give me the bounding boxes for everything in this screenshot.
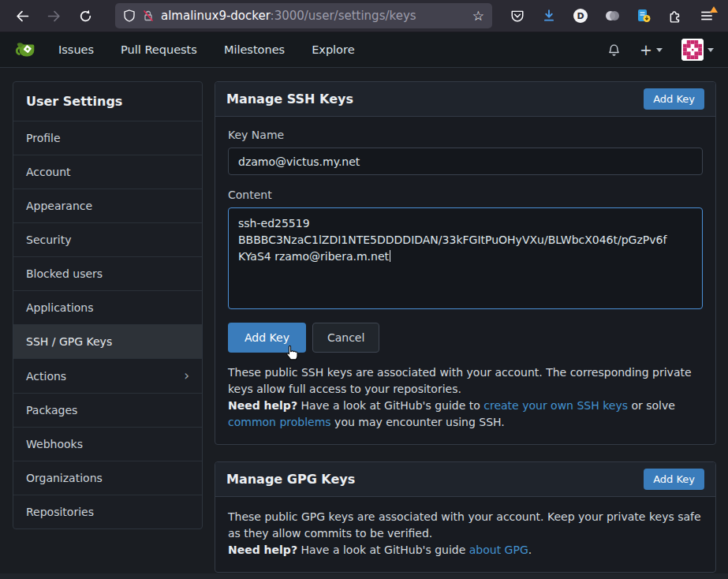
download-icon	[542, 9, 556, 23]
add-key-submit-button[interactable]: Add Key	[228, 323, 306, 353]
forward-button[interactable]	[41, 4, 66, 28]
common-problems-link[interactable]: common problems	[228, 416, 331, 428]
sidebar-item-webhooks[interactable]: Webhooks	[13, 427, 202, 461]
need-help-label: Need help?	[228, 544, 297, 556]
identicon	[681, 39, 704, 61]
create-ssh-keys-link[interactable]: create your own SSH keys	[483, 399, 628, 412]
need-help-label: Need help?	[228, 399, 297, 412]
back-icon	[16, 9, 29, 23]
sidebar-item-actions[interactable]: Actions›	[13, 358, 202, 393]
d-circle-icon: D	[573, 8, 588, 24]
caret-down-icon	[656, 48, 663, 52]
shield-icon[interactable]	[123, 9, 136, 22]
sidebar-item-security[interactable]: Security	[13, 222, 202, 256]
toolbar-extensions: D	[506, 4, 719, 28]
reload-icon	[79, 9, 92, 23]
gpg-panel-title: Manage GPG Keys	[226, 472, 355, 487]
url-host: almalinux9-docker	[161, 9, 271, 23]
gitea-nav-right: +	[607, 39, 714, 61]
extension-d-button[interactable]: D	[569, 4, 592, 28]
gitea-logo-icon[interactable]	[14, 38, 38, 62]
ssh-key-content-text: ssh-ed25519 BBBBC3NzaC1lZDI1NTE5DDDDIDAN…	[238, 217, 666, 263]
nav-item-issues[interactable]: Issues	[58, 43, 94, 56]
sidebar-title: User Settings	[13, 82, 202, 121]
avatar	[681, 39, 704, 61]
sidebar-item-repositories[interactable]: Repositories	[13, 495, 202, 529]
pocket-icon	[510, 9, 525, 23]
forward-icon	[47, 9, 61, 23]
page-content: User Settings Profile Account Appearance…	[0, 68, 728, 573]
sidebar-item-organizations[interactable]: Organizations	[13, 461, 202, 495]
extensions-button[interactable]	[663, 4, 687, 28]
nav-item-pull-requests[interactable]: Pull Requests	[121, 43, 197, 56]
key-name-input[interactable]	[228, 148, 703, 175]
cancel-button[interactable]: Cancel	[312, 323, 379, 353]
plus-icon: +	[640, 43, 652, 58]
ssh-panel-header: Manage SSH Keys Add Key	[215, 82, 715, 117]
gitea-navbar: Issues Pull Requests Milestones Explore …	[0, 32, 728, 68]
chevron-right-icon: ›	[184, 369, 189, 383]
create-new-dropdown[interactable]: +	[640, 43, 663, 58]
sidebar-item-packages[interactable]: Packages	[13, 393, 202, 427]
content-label: Content	[228, 189, 703, 201]
gitea-nav-items: Issues Pull Requests Milestones Explore	[58, 43, 355, 56]
gpg-panel-body: These public GPG keys are associated wit…	[215, 497, 715, 572]
ssh-header-add-key-button[interactable]: Add Key	[644, 88, 704, 110]
sidebar-item-blocked-users[interactable]: Blocked users	[13, 256, 202, 290]
browser-toolbar: almalinux9-docker:3000/user/settings/key…	[0, 0, 728, 32]
sidebar-item-profile[interactable]: Profile	[13, 121, 202, 155]
key-name-label: Key Name	[228, 129, 703, 141]
footer-strip	[0, 573, 728, 579]
url-text: almalinux9-docker:3000/user/settings/key…	[161, 9, 466, 23]
containers-button[interactable]	[600, 4, 624, 28]
bell-icon	[607, 43, 621, 57]
download-helper-button[interactable]	[632, 4, 655, 28]
url-path: :3000/user/settings/keys	[271, 9, 416, 23]
reload-button[interactable]	[73, 4, 98, 28]
about-gpg-link[interactable]: about GPG	[469, 544, 528, 556]
insecure-lock-icon[interactable]	[142, 9, 155, 22]
containers-icon	[604, 8, 620, 24]
text-caret	[390, 250, 390, 262]
ssh-help-line2: Need help? Have a look at GitHub's guide…	[228, 398, 703, 431]
notifications-button[interactable]	[607, 43, 621, 57]
main-column: Manage SSH Keys Add Key Key Name Content…	[215, 81, 716, 573]
gpg-help-text: These public GPG keys are associated wit…	[228, 509, 703, 558]
gpg-help-line2: Need help? Have a look at GitHub's guide…	[228, 542, 703, 558]
nav-item-milestones[interactable]: Milestones	[224, 43, 285, 56]
sidebar-item-applications[interactable]: Applications	[13, 290, 202, 324]
manage-ssh-keys-panel: Manage SSH Keys Add Key Key Name Content…	[215, 81, 716, 445]
sidebar-item-ssh-gpg-keys[interactable]: SSH / GPG Keys	[13, 324, 202, 358]
user-menu-dropdown[interactable]	[681, 39, 714, 61]
gpg-help-line1: These public GPG keys are associated wit…	[228, 509, 703, 542]
gpg-header-add-key-button[interactable]: Add Key	[644, 469, 704, 490]
settings-sidebar: User Settings Profile Account Appearance…	[13, 81, 203, 529]
manage-gpg-keys-panel: Manage GPG Keys Add Key These public GPG…	[215, 461, 716, 573]
back-button[interactable]	[9, 4, 35, 28]
sidebar-item-account[interactable]: Account	[13, 155, 202, 189]
update-badge	[710, 6, 718, 13]
ssh-help-text: These public SSH keys are associated wit…	[228, 364, 703, 431]
nav-item-explore[interactable]: Explore	[312, 43, 354, 56]
gpg-panel-header: Manage GPG Keys Add Key	[215, 462, 715, 497]
puzzle-icon	[668, 9, 682, 23]
bookmark-star-icon[interactable]: ☆	[472, 9, 484, 23]
caret-down-icon	[707, 48, 714, 52]
menu-button[interactable]	[695, 4, 719, 28]
pocket-button[interactable]	[506, 4, 529, 28]
ssh-key-content-textarea[interactable]: ssh-ed25519 BBBBC3NzaC1lZDI1NTE5DDDDIDAN…	[228, 207, 703, 309]
ssh-panel-body: Key Name Content ssh-ed25519 BBBBC3NzaC1…	[215, 117, 715, 444]
ssh-panel-title: Manage SSH Keys	[226, 92, 353, 106]
url-bar[interactable]: almalinux9-docker:3000/user/settings/key…	[115, 3, 492, 28]
form-buttons: Add Key Cancel	[228, 323, 703, 353]
downloads-button[interactable]	[537, 4, 561, 28]
svg-text:D: D	[577, 11, 584, 21]
ssh-help-line1: These public SSH keys are associated wit…	[228, 364, 703, 398]
download-helper-icon	[636, 8, 651, 24]
sidebar-item-appearance[interactable]: Appearance	[13, 189, 202, 222]
